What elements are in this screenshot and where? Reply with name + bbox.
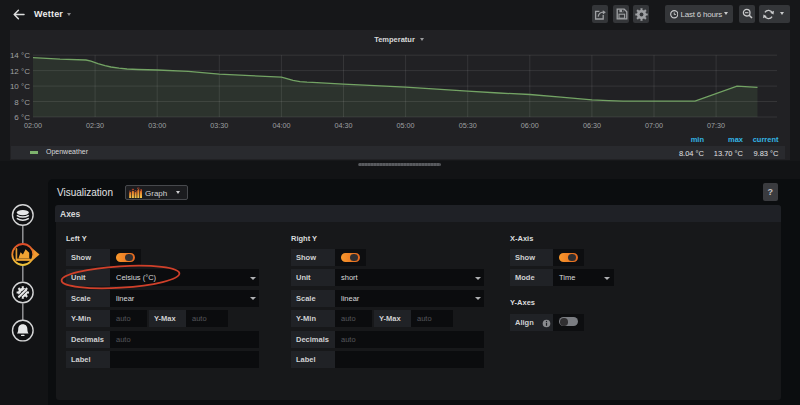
svg-text:04:00: 04:00	[272, 121, 290, 130]
svg-text:10 °C: 10 °C	[10, 82, 30, 91]
svg-text:8 °C: 8 °C	[14, 98, 30, 107]
svg-text:05:00: 05:00	[397, 121, 415, 130]
svg-text:06:30: 06:30	[583, 121, 601, 130]
svg-text:03:00: 03:00	[148, 121, 166, 130]
svg-text:05:30: 05:30	[459, 121, 477, 130]
svg-text:14 °C: 14 °C	[10, 51, 30, 60]
svg-text:06:00: 06:00	[521, 121, 539, 130]
svg-text:03:30: 03:30	[210, 121, 228, 130]
svg-text:02:30: 02:30	[86, 121, 104, 130]
svg-text:07:00: 07:00	[645, 121, 663, 130]
svg-text:07:30: 07:30	[707, 121, 725, 130]
svg-text:02:00: 02:00	[24, 121, 42, 130]
svg-text:12 °C: 12 °C	[10, 67, 30, 76]
svg-text:04:30: 04:30	[335, 121, 353, 130]
